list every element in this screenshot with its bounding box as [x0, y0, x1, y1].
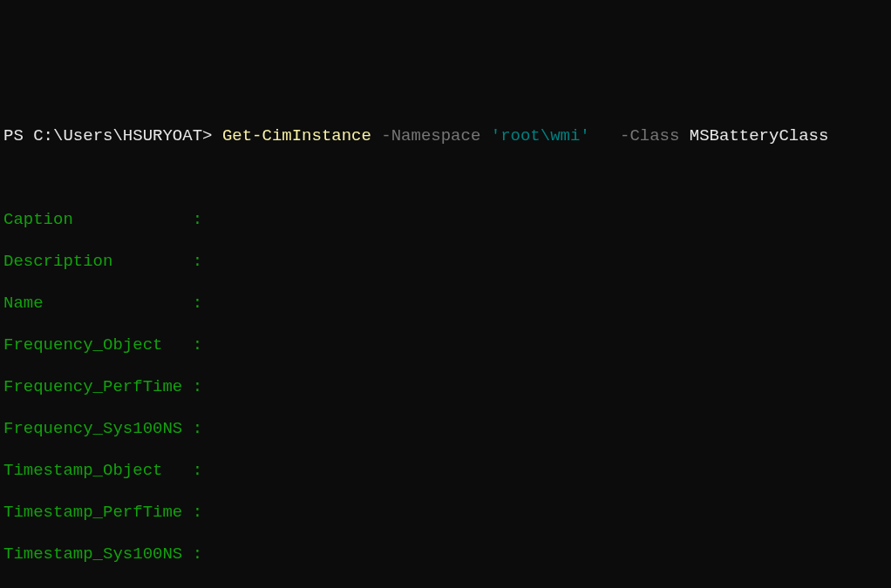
output-line: Frequency_Sys100NS : [3, 418, 888, 439]
output-line: Name : [3, 293, 888, 314]
output-line: Timestamp_Object : [3, 460, 888, 481]
flag-class: -Class [610, 126, 690, 145]
prop-label: Frequency_Sys100NS : [3, 419, 212, 438]
prompt-caret: > [202, 126, 222, 145]
prop-label: Frequency_Object : [3, 335, 212, 355]
prompt-line[interactable]: PS C:\Users\HSURYOAT> Get-CimInstance -N… [3, 125, 888, 146]
output-line: Timestamp_PerfTime : [3, 502, 888, 523]
prop-label: Frequency_PerfTime : [3, 377, 212, 396]
prop-label: Timestamp_Object : [3, 461, 212, 480]
powershell-terminal[interactable]: PS C:\Users\HSURYOAT> Get-CimInstance -N… [0, 105, 891, 588]
flag-namespace: -Namespace [371, 126, 491, 145]
prompt-prefix: PS [3, 126, 33, 145]
blank-line [3, 167, 888, 188]
arg-class: MSBatteryClass [690, 126, 829, 145]
prop-label: Name : [3, 294, 212, 313]
prop-label: Timestamp_PerfTime : [3, 503, 212, 522]
prop-label: Caption : [3, 210, 212, 229]
prompt-path: C:\Users\HSURYOAT [33, 126, 202, 145]
output-line: Description : [3, 251, 888, 272]
spacer [590, 126, 610, 145]
cmdlet-name: Get-CimInstance [222, 126, 371, 145]
output-line: Caption : [3, 209, 888, 230]
prop-label: Description : [3, 252, 212, 271]
output-line: Frequency_PerfTime : [3, 376, 888, 397]
output-line: Timestamp_Sys100NS : [3, 544, 888, 564]
arg-namespace: 'root\wmi' [491, 126, 590, 145]
output-line: Frequency_Object : [3, 335, 888, 355]
prop-label: Timestamp_Sys100NS : [3, 544, 212, 564]
